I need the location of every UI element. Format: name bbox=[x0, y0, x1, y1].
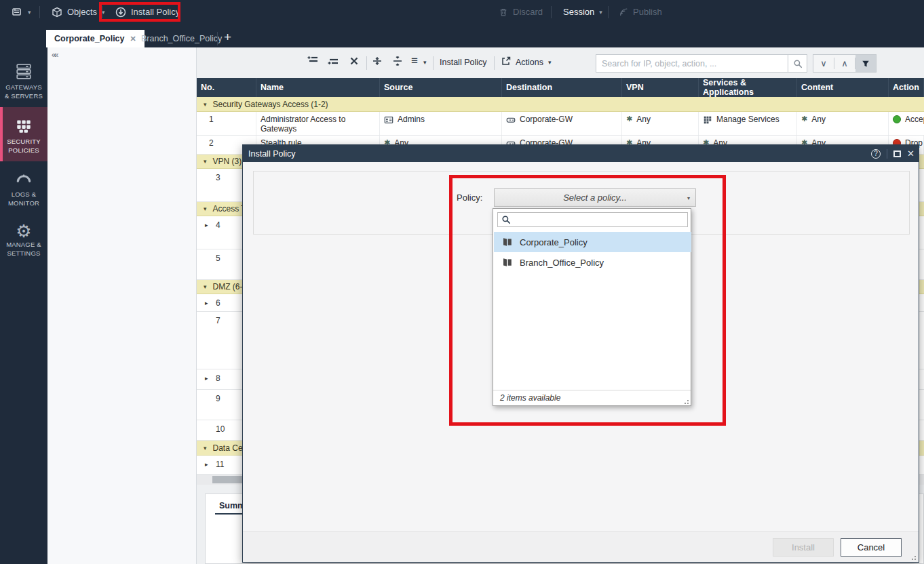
close-icon[interactable]: ✕ bbox=[907, 148, 915, 159]
column-header-name[interactable]: Name bbox=[256, 78, 380, 97]
find-next-button[interactable]: ∨ bbox=[813, 55, 834, 72]
dropdown-search-input[interactable] bbox=[514, 215, 687, 224]
install-policy-toolbar-button[interactable]: Install Policy bbox=[440, 58, 486, 67]
table-row[interactable]: 1 Administrator Access to Gateways Admin… bbox=[197, 112, 924, 136]
find-previous-button[interactable]: ∧ bbox=[834, 55, 855, 72]
session-menu-button[interactable]: Session ▾ bbox=[556, 0, 609, 24]
top-menu-bar: ▾ Objects ▾ Install Policy Discard Sessi… bbox=[0, 0, 924, 24]
cell-no: 5 bbox=[216, 254, 220, 263]
cell-name: Administrator Access to Gateways bbox=[256, 112, 380, 135]
maximize-icon[interactable] bbox=[893, 150, 901, 157]
expand-sections-icon[interactable] bbox=[372, 56, 383, 66]
cell-services: Manage Services bbox=[716, 115, 779, 124]
caret-right-icon[interactable]: ▸ bbox=[205, 375, 208, 382]
divider bbox=[494, 56, 495, 70]
install-policy-dialog: Install Policy ? ✕ Policy: Select a poli… bbox=[242, 144, 919, 563]
divider bbox=[551, 6, 552, 18]
caret-right-icon[interactable]: ▸ bbox=[205, 300, 208, 306]
view-menu-icon[interactable]: ≡ bbox=[411, 54, 418, 68]
cell-no: 4 bbox=[216, 220, 220, 230]
sidebar-item-manage-settings[interactable]: ⚙ MANAGE & SETTINGS bbox=[0, 222, 47, 258]
help-icon[interactable]: ? bbox=[871, 149, 881, 159]
filter-button[interactable] bbox=[855, 55, 876, 72]
tab-branch-office-policy[interactable]: Branch_Office_Policy bbox=[133, 30, 230, 47]
sidebar-item-label: GATEWAYS bbox=[0, 83, 47, 92]
chevron-down-icon[interactable]: ▾ bbox=[548, 59, 552, 66]
sidebar-item-label: POLICIES bbox=[0, 146, 47, 155]
cell-vpn: Any bbox=[636, 115, 651, 124]
column-header-vpn[interactable]: VPN bbox=[622, 78, 699, 97]
cell-no: 9 bbox=[216, 394, 220, 403]
sidebar-item-gateways-servers[interactable]: GATEWAYS & SERVERS bbox=[0, 62, 47, 100]
column-header-no[interactable]: No. bbox=[197, 78, 256, 97]
session-label: Session bbox=[563, 7, 594, 17]
sidebar-item-label: LOGS & bbox=[0, 190, 47, 199]
dialog-footer: Install Cancel bbox=[243, 531, 919, 562]
install-button[interactable]: Install bbox=[773, 538, 834, 557]
divider bbox=[608, 6, 609, 18]
dropdown-search-box[interactable] bbox=[497, 212, 688, 227]
cancel-button[interactable]: Cancel bbox=[841, 538, 902, 557]
dialog-title: Install Policy bbox=[248, 149, 295, 159]
cell-no: 1 bbox=[197, 112, 256, 135]
list-item-branch-office-policy[interactable]: Branch_Office_Policy bbox=[494, 252, 691, 273]
logs-monitor-icon bbox=[15, 169, 33, 187]
add-rule-below-icon[interactable] bbox=[327, 56, 339, 66]
status-text: 2 items available bbox=[500, 393, 560, 403]
sidebar-item-logs-monitor[interactable]: LOGS & MONITOR bbox=[0, 169, 47, 207]
security-policies-icon bbox=[15, 117, 33, 134]
search-nav-group: ∨ ∧ bbox=[813, 54, 877, 73]
sidebar-item-security-policies[interactable]: SECURITY POLICIES bbox=[0, 107, 47, 161]
resize-grip[interactable] bbox=[684, 399, 689, 404]
new-tab-button[interactable]: + bbox=[224, 30, 231, 45]
policy-book-icon bbox=[502, 237, 513, 247]
caret-right-icon[interactable]: ▸ bbox=[205, 461, 208, 468]
dropdown-placeholder: Select a policy... bbox=[563, 193, 627, 203]
search-button[interactable] bbox=[788, 54, 807, 73]
list-item-corporate-policy[interactable]: Corporate_Policy bbox=[494, 232, 691, 252]
install-policy-menu-button[interactable]: Install Policy bbox=[109, 0, 187, 24]
resize-grip[interactable] bbox=[911, 555, 917, 560]
collapse-sections-icon[interactable] bbox=[392, 56, 403, 66]
app-menu-icon bbox=[12, 7, 23, 18]
app-menu-button[interactable]: ▾ bbox=[5, 0, 38, 24]
actions-share-icon[interactable] bbox=[501, 56, 512, 66]
caret-down-icon: ▾ bbox=[204, 101, 207, 108]
column-header-services[interactable]: Services & Applications bbox=[699, 78, 797, 97]
section-row-security-gateways-access[interactable]: ▾ Security Gateways Access (1-2) bbox=[197, 97, 924, 112]
add-rule-above-icon[interactable] bbox=[307, 56, 319, 66]
policy-field-label: Policy: bbox=[457, 193, 482, 203]
column-header-content[interactable]: Content bbox=[797, 78, 889, 97]
delete-rule-icon[interactable] bbox=[349, 56, 360, 66]
cell-destination: Corporate-GW bbox=[520, 115, 573, 124]
section-label: Security Gateways Access (1-2) bbox=[213, 100, 328, 109]
cell-action: Accept bbox=[905, 115, 924, 124]
install-policy-label: Install Policy bbox=[131, 7, 180, 17]
policy-list: Corporate_Policy Branch_Office_Policy bbox=[494, 232, 691, 273]
chevron-down-icon[interactable]: ▾ bbox=[423, 59, 427, 66]
discard-button[interactable]: Discard bbox=[492, 0, 550, 24]
objects-label: Objects bbox=[67, 7, 97, 17]
search-input[interactable] bbox=[596, 54, 788, 73]
cell-no: 8 bbox=[216, 374, 220, 383]
services-grid-icon bbox=[703, 115, 712, 125]
column-header-destination[interactable]: Destination bbox=[502, 78, 622, 97]
collapse-panel-icon[interactable]: «« bbox=[52, 50, 56, 60]
sidebar-item-label: SECURITY bbox=[0, 137, 47, 146]
policy-select-dropdown[interactable]: Select a policy... ▾ bbox=[494, 188, 696, 207]
chevron-down-icon: ▾ bbox=[687, 195, 690, 201]
column-header-source[interactable]: Source bbox=[380, 78, 502, 97]
cell-no: 3 bbox=[216, 173, 220, 182]
tab-corporate-policy[interactable]: Corporate_Policy ✕ bbox=[46, 30, 145, 47]
sidebar-item-label: MONITOR bbox=[0, 199, 47, 207]
chevron-down-icon: ▾ bbox=[599, 9, 602, 16]
dialog-title-bar[interactable]: Install Policy ? ✕ bbox=[243, 145, 919, 162]
caret-right-icon[interactable]: ▸ bbox=[205, 222, 208, 228]
install-policy-icon bbox=[115, 7, 126, 18]
policy-dropdown-popup: Corporate_Policy Branch_Office_Policy 2 … bbox=[493, 208, 691, 406]
actions-menu-button[interactable]: Actions bbox=[516, 58, 543, 67]
cell-no: 7 bbox=[216, 316, 220, 325]
publish-button[interactable]: Publish bbox=[612, 0, 669, 24]
column-header-action[interactable]: Action bbox=[889, 78, 924, 97]
cell-source: Admins bbox=[398, 115, 425, 124]
